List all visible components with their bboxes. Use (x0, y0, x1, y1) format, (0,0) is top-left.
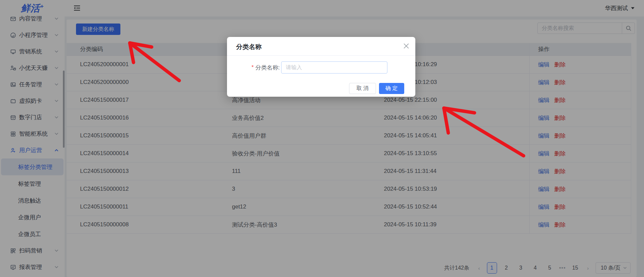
confirm-button[interactable]: 确 定 (379, 83, 404, 94)
category-name-dialog: 分类名称 * 分类名称: 取 消 确 定 (227, 37, 415, 97)
category-name-label: * 分类名称: (227, 61, 280, 74)
divider (227, 55, 415, 56)
close-icon[interactable] (404, 43, 409, 49)
required-mark: * (252, 64, 254, 71)
dialog-title: 分类名称 (236, 43, 262, 51)
category-name-input[interactable] (281, 61, 387, 74)
app-root: 华西测试 鲜活+ 内容管理 小程序管理 营销系统 (0, 0, 644, 277)
cancel-button[interactable]: 取 消 (349, 83, 376, 94)
